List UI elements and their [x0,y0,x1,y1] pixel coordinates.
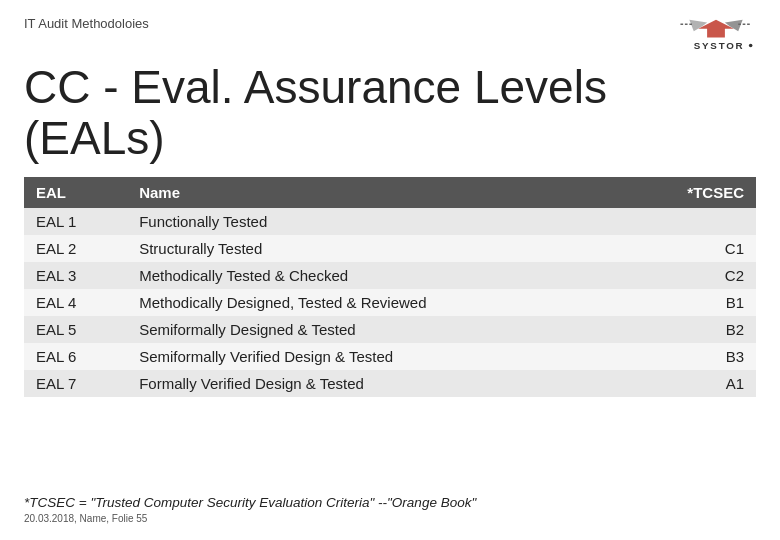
cell-name: Methodically Tested & Checked [127,262,626,289]
cell-eal: EAL 2 [24,235,127,262]
col-header-eal: EAL [24,177,127,208]
table-row: EAL 6Semiformally Verified Design & Test… [24,343,756,370]
logo-area: SYSTOR [676,14,756,54]
table-row: EAL 1Functionally Tested [24,208,756,235]
cell-eal: EAL 6 [24,343,127,370]
cell-tcsec: C2 [627,262,756,289]
cell-eal: EAL 3 [24,262,127,289]
table-row: EAL 5Semiformally Designed & TestedB2 [24,316,756,343]
footer: *TCSEC = "Trusted Computer Security Eval… [24,495,756,524]
table-header-row: EAL Name *TCSEC [24,177,756,208]
svg-marker-1 [725,20,743,32]
cell-eal: EAL 7 [24,370,127,397]
cell-tcsec: B1 [627,289,756,316]
table-body: EAL 1Functionally TestedEAL 2Structurall… [24,208,756,397]
cell-eal: EAL 5 [24,316,127,343]
cell-name: Methodically Designed, Tested & Reviewed [127,289,626,316]
table-row: EAL 7Formally Verified Design & TestedA1 [24,370,756,397]
cell-name: Semiformally Verified Design & Tested [127,343,626,370]
svg-point-6 [749,44,753,48]
table-row: EAL 4Methodically Designed, Tested & Rev… [24,289,756,316]
main-title: CC - Eval. Assurance Levels (EALs) [0,54,780,177]
header: IT Audit Methodoloies SYSTOR [0,0,780,54]
svg-text:SYSTOR: SYSTOR [694,40,745,51]
cell-name: Functionally Tested [127,208,626,235]
cell-name: Structurally Tested [127,235,626,262]
cell-name: Semiformally Designed & Tested [127,316,626,343]
table-row: EAL 3Methodically Tested & CheckedC2 [24,262,756,289]
col-header-tcsec: *TCSEC [627,177,756,208]
cell-tcsec: B2 [627,316,756,343]
footer-date: 20.03.2018, Name, Folie 55 [24,513,756,524]
footer-note: *TCSEC = "Trusted Computer Security Eval… [24,495,756,510]
svg-marker-2 [689,20,707,32]
systor-logo: SYSTOR [676,14,756,54]
col-header-name: Name [127,177,626,208]
header-title: IT Audit Methodoloies [24,14,149,32]
cell-eal: EAL 1 [24,208,127,235]
cell-tcsec: B3 [627,343,756,370]
cell-tcsec: C1 [627,235,756,262]
cell-tcsec [627,208,756,235]
table-wrapper: EAL Name *TCSEC EAL 1Functionally Tested… [0,177,780,397]
eal-table: EAL Name *TCSEC EAL 1Functionally Tested… [24,177,756,397]
table-row: EAL 2Structurally TestedC1 [24,235,756,262]
cell-eal: EAL 4 [24,289,127,316]
cell-tcsec: A1 [627,370,756,397]
cell-name: Formally Verified Design & Tested [127,370,626,397]
